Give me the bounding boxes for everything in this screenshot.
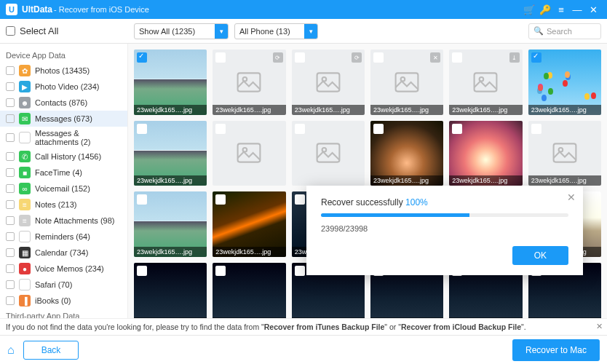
sidebar-item[interactable]: Reminders (64) (0, 229, 127, 245)
thumbnail[interactable] (213, 121, 285, 186)
search-input[interactable]: 🔍 Search (528, 23, 601, 39)
category-icon: ■ (19, 167, 31, 178)
sidebar-item-label: FaceTime (4) (35, 168, 82, 177)
thumbnail-checkbox[interactable] (452, 124, 462, 134)
select-all-checkbox[interactable] (6, 26, 15, 36)
back-button[interactable]: Back (23, 341, 79, 360)
footer: ⌂ Back Recover to Mac (0, 335, 607, 364)
checkbox-icon[interactable] (6, 82, 15, 91)
thumbnail-checkbox[interactable] (373, 52, 384, 63)
checkbox-icon[interactable] (6, 280, 15, 289)
thumbnail-checkbox[interactable] (452, 52, 462, 63)
thumbnail[interactable]: ⟳23wekjdk165….jpg (292, 50, 365, 115)
sidebar-item[interactable]: ∞Voicemail (152) (0, 181, 127, 197)
thumbnail[interactable] (292, 121, 365, 186)
thumbnail[interactable]: 23wekjdk165….jpg (134, 191, 207, 257)
sidebar-item[interactable]: ▐iBooks (0) (0, 293, 127, 309)
thumbnail-grid: 23wekjdk165….jpg⟳23wekjdk165….jpg⟳23wekj… (128, 44, 607, 318)
sidebar-item-label: Voice Memos (234) (35, 264, 104, 273)
checkbox-icon[interactable] (6, 232, 15, 241)
thumbnail-checkbox[interactable] (137, 124, 147, 134)
sidebar-item[interactable]: ▶Photo Video (234) (0, 79, 127, 95)
thumbnail-filename: 23wekjdk165….jpg (292, 105, 365, 115)
thumbnail-checkbox[interactable] (137, 194, 147, 205)
thumbnail-checkbox[interactable] (137, 52, 147, 63)
thumbnail[interactable]: 23wekjdk165….jpg (449, 121, 522, 186)
menu-icon[interactable]: ≡ (553, 4, 569, 15)
thumbnail[interactable]: 23wekjdk165….jpg (134, 50, 207, 115)
checkbox-icon[interactable] (6, 264, 15, 273)
thumbnail-checkbox[interactable] (531, 52, 541, 63)
sidebar-item[interactable]: ≡Note Attachments (98) (0, 213, 127, 229)
thumbnail[interactable]: 23wekjdk165….jpg (528, 50, 601, 115)
sidebar-item[interactable]: ▦Calendar (734) (0, 245, 127, 261)
category-icon: ✿ (19, 65, 31, 76)
thumbnail-checkbox[interactable] (215, 266, 226, 276)
sidebar-item[interactable]: ☻Contacts (876) (0, 95, 127, 111)
close-icon[interactable]: ✕ (585, 4, 601, 15)
sidebar-item[interactable]: ●Voice Memos (234) (0, 261, 127, 277)
thumbnail[interactable]: 23wekjdk165….jpg (528, 121, 601, 186)
thumbnail[interactable]: 23wekjdk165….jpg (134, 121, 207, 186)
checkbox-icon[interactable] (6, 133, 15, 142)
thumbnail-filename: IMG_4632132.jpg (370, 317, 443, 318)
sidebar-item[interactable]: Safari (70) (0, 277, 127, 293)
thumbnail[interactable]: 23wekjdk165….jpg (213, 191, 285, 257)
thumbnail[interactable]: IMG_4632132.jpg (213, 263, 285, 318)
checkbox-icon[interactable] (6, 216, 15, 225)
thumbnail-badge-icon: ⟳ (352, 52, 362, 63)
checkbox-icon[interactable] (6, 200, 15, 209)
checkbox-icon[interactable] (6, 184, 15, 193)
checkbox-icon[interactable] (6, 114, 15, 123)
sidebar-item-label: Call History (1456) (35, 152, 101, 161)
recover-button[interactable]: Recover to Mac (512, 339, 600, 361)
sidebar-item[interactable]: ✿Photos (13435) (0, 63, 127, 79)
thumbnail-filename: IMG_4632132.jpg (292, 317, 365, 318)
sidebar-item[interactable]: ≡Notes (213) (0, 197, 127, 213)
thumbnail[interactable]: 23wekjdk165….jpg (370, 121, 443, 186)
thumbnail-checkbox[interactable] (137, 266, 147, 276)
home-icon[interactable]: ⌂ (7, 344, 15, 357)
checkbox-icon[interactable] (6, 98, 15, 107)
sidebar-item[interactable]: ■FaceTime (4) (0, 165, 127, 181)
search-placeholder: Search (547, 27, 572, 36)
filter-device-dropdown[interactable]: All Phone (13) ▾ (234, 23, 318, 39)
thumbnail-checkbox[interactable] (215, 124, 226, 134)
checkbox-icon[interactable] (6, 152, 15, 161)
key-icon[interactable]: 🔑 (537, 4, 553, 15)
checkbox-icon[interactable] (6, 168, 15, 177)
sidebar-item[interactable]: ✉Messages (673) (0, 111, 127, 127)
sidebar-group-thirdparty: Third-party App Data (0, 309, 127, 318)
thumbnail[interactable]: IMG_4632132.jpg (134, 263, 207, 318)
hint-close-icon[interactable]: ✕ (596, 322, 603, 331)
thumbnail-checkbox[interactable] (373, 124, 384, 134)
sidebar-item[interactable]: ✆Call History (1456) (0, 149, 127, 165)
thumbnail-checkbox[interactable] (295, 52, 305, 63)
thumbnail-checkbox[interactable] (531, 124, 541, 134)
thumbnail-checkbox[interactable] (215, 194, 226, 205)
thumbnail[interactable]: ⟳23wekjdk165….jpg (213, 50, 285, 115)
thumbnail[interactable]: ⤓23wekjdk165….jpg (449, 50, 522, 115)
checkbox-icon[interactable] (6, 66, 15, 75)
thumbnail-checkbox[interactable] (295, 194, 305, 205)
checkbox-icon[interactable] (6, 296, 15, 305)
filter-type-dropdown[interactable]: Show All (1235) ▾ (134, 23, 229, 39)
svg-rect-6 (475, 73, 497, 91)
thumbnail[interactable]: ✕23wekjdk165….jpg (370, 50, 443, 115)
ok-button[interactable]: OK (512, 246, 568, 265)
checkbox-icon[interactable] (6, 248, 15, 257)
thumbnail-checkbox[interactable] (215, 52, 226, 63)
thumbnail-checkbox[interactable] (295, 266, 305, 276)
svg-rect-4 (396, 73, 418, 91)
minimize-icon[interactable]: — (569, 4, 585, 15)
recover-success-dialog: ✕ Recover successfully 100% 23998/23998 … (306, 186, 583, 275)
select-all[interactable]: Select All (6, 25, 128, 36)
dialog-close-icon[interactable]: ✕ (567, 191, 576, 203)
cart-icon[interactable]: 🛒 (521, 4, 537, 15)
thumbnail-filename: IMG_4632132.jpg (528, 317, 601, 318)
sidebar-item[interactable]: Messages & attachments (2) (0, 127, 127, 149)
sidebar-item-label: Contacts (876) (35, 98, 87, 107)
thumbnail-filename: 23wekjdk165….jpg (134, 247, 207, 257)
thumbnail-checkbox[interactable] (295, 124, 305, 134)
thumbnail-filename: 23wekjdk165….jpg (528, 175, 601, 186)
